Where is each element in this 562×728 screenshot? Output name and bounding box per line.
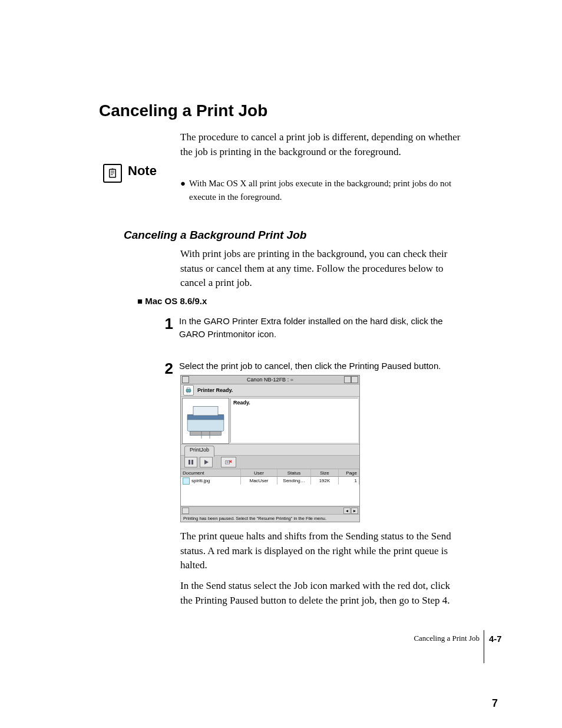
footer-page-number: 7 [492,697,498,710]
step-number: 2 [156,360,173,376]
svg-rect-10 [189,460,190,465]
table-row[interactable]: spiriti.jpg MacUser Sending… 192K 1 [181,477,359,485]
subsection-heading: ■ Mac OS 8.6/9.x [137,296,207,306]
cell-page: 1 [339,477,359,485]
followup-paragraph-1: The print queue halts and shifts from th… [180,529,463,573]
printer-status-row: Printer Ready. [181,384,359,397]
svg-rect-6 [190,431,221,436]
printmonitor-window: Canon NB-12FB : = Printer Ready. [180,375,360,522]
footer-divider [484,630,484,663]
note-icon [103,164,122,183]
cell-size: 192K [311,477,339,485]
note-text: With Mac OS X all print jobs execute in … [189,177,463,203]
step-number: 1 [156,315,173,331]
job-list: spiriti.jpg MacUser Sending… 192K 1 [181,477,359,506]
step-1: 1 In the GARO Printer Extra folder insta… [156,315,468,341]
scroll-thumb[interactable] [182,508,189,514]
cell-text: spiriti.jpg [191,478,210,483]
svg-rect-0 [110,169,116,177]
horizontal-scrollbar[interactable]: ◄ ► [181,506,359,514]
footer-section-name: Canceling a Print Job [414,634,480,643]
svg-rect-3 [187,392,190,393]
scroll-left-icon[interactable]: ◄ [343,508,351,514]
tab-printjob[interactable]: PrintJob [184,446,214,457]
cell-document: spiriti.jpg [181,477,241,485]
printer-ready-label: Printer Ready. [197,387,233,393]
col-size[interactable]: Size [311,469,339,476]
column-header-row: Document User Status Size Page [181,469,359,477]
note-body: ●With Mac OS X all print jobs execute in… [180,177,463,203]
subsection-label: Mac OS 8.6/9.x [145,296,207,306]
ready-label: Ready. [233,400,250,406]
cell-user: MacUser [241,477,277,485]
page-title: Canceling a Print Job [99,101,267,120]
pause-button[interactable] [184,457,197,467]
col-user[interactable]: User [241,469,277,476]
bullet-icon: ● [180,177,186,203]
delete-job-button[interactable] [221,457,236,467]
printer-icon [183,385,194,396]
svg-marker-12 [204,460,209,465]
col-page[interactable]: Page [339,469,359,476]
list-empty-area [181,485,359,506]
svg-rect-11 [191,460,193,465]
section-heading: Canceling a Background Print Job [124,229,306,242]
col-status[interactable]: Status [277,469,311,476]
printer-image [182,398,229,444]
intro-paragraph: The procedure to cancel a print job is d… [180,130,463,159]
svg-rect-7 [193,407,218,416]
footer-page-code: 4-7 [489,634,502,644]
resume-button[interactable] [200,457,213,467]
step-2: 2 Select the print job to cancel, then c… [156,360,468,376]
followup-paragraph-2: In the Send status select the Job icon m… [180,579,463,608]
cell-status: Sending… [277,477,311,485]
col-document[interactable]: Document [181,469,241,476]
zoom-box-icon[interactable] [344,376,351,383]
status-message-box: Ready. [230,398,358,443]
scroll-right-icon[interactable]: ► [351,508,358,514]
window-title: Canon NB-12FB : = [181,377,359,383]
section-body: With print jobs are printing in the back… [180,247,463,291]
note-label: Note [128,163,157,179]
window-titlebar: Canon NB-12FB : = [181,375,359,384]
toolbar [181,455,359,469]
window-status-message: Printing has been paused. Select the "Re… [181,514,359,522]
step-text: In the GARO Printer Extra folder install… [179,315,462,341]
collapse-box-icon[interactable] [351,376,358,383]
svg-rect-2 [187,388,190,390]
document-icon [183,477,190,485]
svg-rect-1 [186,390,191,392]
step-text: Select the print job to cancel, then cli… [179,360,468,373]
